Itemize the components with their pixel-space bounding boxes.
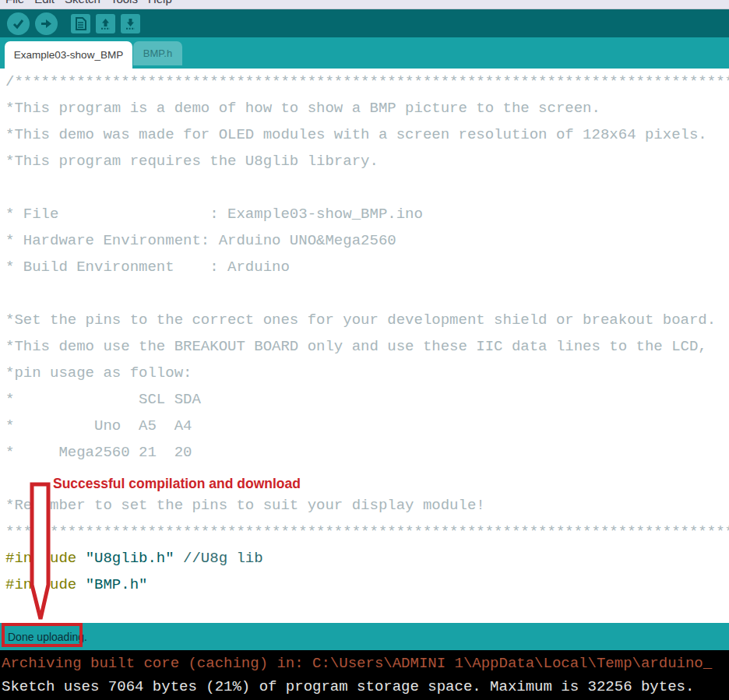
- code-line: * File : Example03-show_BMP.ino: [5, 201, 729, 227]
- arrow-right-icon: [40, 17, 53, 30]
- tab-example03-show-bmp[interactable]: Example03-show_BMP: [5, 41, 132, 69]
- save-sketch-button[interactable]: [121, 14, 140, 33]
- code-segment: * Mega2560 21 20: [5, 444, 192, 461]
- open-up-arrow-icon: [99, 17, 112, 30]
- code-line: * Uno A5 A4: [5, 413, 729, 439]
- app-window: { "menu": { "items": ["File", "Edit", "S…: [0, 0, 729, 700]
- code-line: *Set the pins to the correct ones for yo…: [5, 307, 729, 333]
- code-segment: "U8glib.h": [86, 550, 174, 567]
- code-segment: *This demo use the BREAKOUT BOARD only a…: [5, 338, 707, 355]
- code-line: #include "BMP.h": [5, 572, 729, 598]
- save-down-arrow-icon: [124, 17, 137, 30]
- status-bar: Done uploading.: [0, 623, 729, 650]
- code-segment: *This program requires the U8glib librar…: [5, 153, 379, 170]
- code-segment: /***************************************…: [5, 73, 729, 90]
- code-line: #include "U8glib.h" //U8g lib: [5, 545, 729, 572]
- menubar: FileEditSketchToolsHelp: [0, 0, 729, 9]
- tab-label: Example03-show_BMP: [14, 49, 123, 61]
- code-segment: *Set the pins to the correct ones for yo…: [5, 311, 716, 329]
- code-line: *This program requires the U8glib librar…: [5, 148, 729, 174]
- code-segment: #include: [5, 550, 86, 567]
- new-sketch-button[interactable]: [71, 14, 90, 33]
- code-line: *pin usage as follow:: [5, 360, 729, 386]
- code-segment: *This demo was made for OLED modules wit…: [5, 126, 707, 143]
- console-output: Archiving built core (caching) in: C:\Us…: [0, 650, 729, 700]
- verify-button[interactable]: [7, 12, 30, 35]
- code-line: * Build Environment : Arduino: [5, 254, 729, 280]
- tab-bmp-h[interactable]: BMP.h: [133, 41, 182, 65]
- code-area: /***************************************…: [5, 69, 729, 598]
- code-line: * Mega2560 21 20: [5, 439, 729, 466]
- console-line: Sketch uses 7064 bytes (21%) of program …: [2, 675, 729, 698]
- code-segment: * SCL SDA: [5, 391, 201, 408]
- code-segment: #include: [5, 576, 86, 593]
- code-line: *Remember to set the pins to suit your d…: [5, 492, 729, 519]
- code-line: * Hardware Environment: Arduino UNO&Mega…: [5, 227, 729, 254]
- menu-item-edit[interactable]: Edit: [34, 0, 55, 5]
- menu-item-sketch[interactable]: Sketch: [65, 0, 100, 5]
- code-segment: * File : Example03-show_BMP.ino: [5, 206, 423, 223]
- code-segment: * Build Environment : Arduino: [5, 259, 290, 276]
- code-line: ****************************************…: [5, 519, 729, 545]
- code-line: [5, 280, 729, 307]
- code-editor[interactable]: /***************************************…: [0, 69, 729, 623]
- menu-item-file[interactable]: File: [5, 0, 24, 5]
- code-line: [5, 174, 729, 201]
- code-segment: //U8g lib: [174, 550, 263, 567]
- code-segment: *This program is a demo of how to show a…: [5, 100, 600, 117]
- tabbar: Example03-show_BMPBMP.h: [0, 37, 729, 69]
- status-message: Done uploading.: [8, 631, 87, 643]
- new-document-icon: [75, 17, 86, 30]
- code-segment: "BMP.h": [86, 576, 148, 593]
- toolbar: [0, 9, 729, 37]
- upload-button[interactable]: [35, 12, 58, 35]
- code-segment: *pin usage as follow:: [5, 364, 192, 382]
- tab-label: BMP.h: [143, 47, 172, 59]
- code-line: /***************************************…: [5, 69, 729, 95]
- code-segment: *Remember to set the pins to suit your d…: [5, 497, 485, 514]
- code-segment: ****************************************…: [5, 523, 729, 540]
- code-line: * SCL SDA: [5, 386, 729, 413]
- menubar-items: FileEditSketchToolsHelp: [5, 0, 172, 5]
- console-line: Archiving built core (caching) in: C:\Us…: [2, 652, 729, 675]
- code-line: *This demo use the BREAKOUT BOARD only a…: [5, 333, 729, 360]
- code-segment: * Uno A5 A4: [5, 417, 192, 434]
- code-segment: * Hardware Environment: Arduino UNO&Mega…: [5, 232, 396, 249]
- menu-item-help[interactable]: Help: [148, 0, 172, 5]
- code-line: *This program is a demo of how to show a…: [5, 95, 729, 121]
- open-sketch-button[interactable]: [96, 14, 115, 33]
- check-icon: [12, 17, 25, 30]
- menu-item-tools[interactable]: Tools: [111, 0, 138, 5]
- code-line: [5, 466, 729, 492]
- code-line: *This demo was made for OLED modules wit…: [5, 121, 729, 148]
